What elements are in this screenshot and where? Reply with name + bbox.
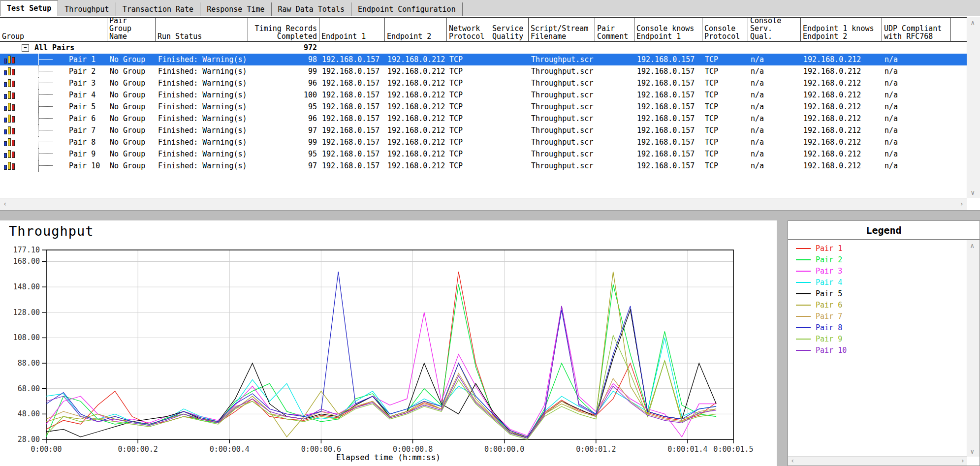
table-row[interactable]: Pair 5No GroupFinished: Warning(s)95192.…	[0, 101, 967, 113]
icon-bar-blue	[4, 153, 7, 158]
icon-bar-blue	[4, 106, 7, 111]
pair-name: Pair 7	[69, 124, 95, 136]
cell-console_protocol: TCP	[702, 160, 748, 172]
cell-service_quality	[490, 77, 529, 89]
cell-pair_group: No Group	[107, 65, 156, 77]
legend-horizontal-scrollbar[interactable]: ‹ ›	[788, 456, 967, 466]
cell-console_serv_qual: n/a	[748, 136, 801, 148]
column-header-label: Timing Records Completed	[250, 25, 317, 40]
tree-branch-line	[38, 89, 39, 101]
y-tick-label: 28.00	[18, 435, 40, 444]
table-row[interactable]: Pair 3No GroupFinished: Warning(s)96192.…	[0, 77, 967, 89]
table-horizontal-scrollbar[interactable]: ‹ ›	[0, 198, 967, 211]
legend-item[interactable]: Pair 4	[788, 277, 967, 288]
legend-line-swatch	[796, 327, 811, 328]
tab-throughput[interactable]: Throughput	[58, 2, 116, 16]
legend-item[interactable]: Pair 1	[788, 243, 967, 254]
cell-pair_group: No Group	[107, 54, 156, 65]
cell-script: Throughput.scr	[529, 89, 595, 101]
scroll-up-icon[interactable]: ∧	[971, 19, 975, 26]
table-row[interactable]: Pair 2No GroupFinished: Warning(s)99192.…	[0, 65, 967, 77]
pair-chart-icon	[4, 103, 15, 111]
column-header-label: Console Serv. Qual.	[750, 18, 798, 40]
scroll-left-icon[interactable]: ‹	[3, 200, 7, 207]
tab-raw-data-totals[interactable]: Raw Data Totals	[272, 2, 351, 16]
column-header-label: UDP Compliant with RFC768	[884, 25, 948, 40]
pair-chart-icon	[4, 67, 15, 75]
tab-endpoint-configuration[interactable]: Endpoint Configuration	[351, 2, 463, 16]
collapse-icon[interactable]: −	[22, 44, 29, 52]
cell-endpoint2: 192.168.0.212	[385, 124, 447, 136]
tree-branch-line	[38, 77, 39, 89]
legend-item[interactable]: Pair 9	[788, 333, 967, 344]
table-row[interactable]: Pair 10No GroupFinished: Warning(s)97192…	[0, 160, 967, 172]
cell-console_knows_e1: 192.168.0.157	[634, 77, 702, 89]
cell-console_protocol: TCP	[702, 89, 748, 101]
cell-run_status: Finished: Warning(s)	[156, 54, 248, 65]
column-header: Timing Records Completed	[248, 18, 319, 41]
table-row[interactable]: Pair 8No GroupFinished: Warning(s)99192.…	[0, 136, 967, 148]
legend-item[interactable]: Pair 6	[788, 299, 967, 311]
scroll-down-icon[interactable]: ∨	[970, 448, 974, 455]
icon-bar-blue	[4, 94, 7, 99]
icon-bar-red	[12, 69, 15, 75]
column-header: Run Status	[156, 18, 248, 41]
cell-pair_comment	[595, 136, 634, 148]
cell-e1_knows_e2: 192.168.0.212	[801, 89, 882, 101]
scroll-right-icon[interactable]: ›	[961, 457, 965, 464]
icon-bar-red	[12, 140, 15, 146]
column-header-label: Group	[2, 32, 24, 40]
legend-item[interactable]: Pair 3	[788, 265, 967, 277]
column-header-label: Run Status	[158, 32, 202, 40]
pair-name: Pair 4	[69, 89, 95, 101]
table-row[interactable]: Pair 9No GroupFinished: Warning(s)95192.…	[0, 148, 967, 160]
column-header: Console knows Endpoint 1	[634, 18, 702, 41]
scroll-up-icon[interactable]: ∧	[970, 242, 974, 249]
icon-bar-blue	[4, 82, 7, 87]
column-header-label: Script/Stream Filename	[531, 25, 593, 40]
horizontal-splitter[interactable]	[0, 210, 980, 221]
column-header: Network Protocol	[447, 18, 490, 41]
table-row[interactable]: Pair 6No GroupFinished: Warning(s)96192.…	[0, 113, 967, 124]
cell-console_knows_e1: 192.168.0.157	[634, 54, 702, 65]
cell-endpoint1: 192.168.0.157	[319, 101, 385, 113]
pair-chart-icon	[4, 115, 15, 123]
y-tick-label: 48.00	[18, 409, 40, 418]
table-vertical-scrollbar[interactable]: ∧ ∨	[967, 17, 980, 198]
scroll-down-icon[interactable]: ∨	[971, 189, 975, 196]
pair-name: Pair 5	[69, 101, 95, 113]
cell-udp_compliant: n/a	[882, 101, 951, 113]
cell-udp_compliant: n/a	[882, 124, 951, 136]
table-row[interactable]: Pair 7No GroupFinished: Warning(s)97192.…	[0, 124, 967, 136]
scroll-right-icon[interactable]: ›	[960, 200, 964, 207]
group-summary-row[interactable]: −All Pairs972	[0, 42, 967, 54]
scroll-left-icon[interactable]: ‹	[790, 457, 794, 464]
column-header-label: Console Protocol	[704, 25, 746, 40]
legend-vertical-scrollbar[interactable]: ∧ ∨	[967, 240, 980, 457]
cell-script: Throughput.scr	[529, 160, 595, 172]
table-body: −All Pairs972Pair 1No GroupFinished: War…	[0, 42, 967, 172]
cell-e1_knows_e2: 192.168.0.212	[801, 148, 882, 160]
series-line-pair-2	[46, 284, 716, 438]
cell-records: 98	[248, 54, 319, 65]
legend-item[interactable]: Pair 10	[788, 344, 967, 356]
tab-response-time[interactable]: Response Time	[200, 2, 271, 16]
vertical-splitter[interactable]	[777, 220, 788, 466]
cell-e1_knows_e2: 192.168.0.212	[801, 136, 882, 148]
cell-pair_group: No Group	[107, 136, 156, 148]
cell-console_protocol: TCP	[702, 54, 748, 65]
tab-transaction-rate[interactable]: Transaction Rate	[116, 2, 201, 16]
legend-label: Pair 4	[816, 278, 842, 287]
cell-service_quality	[490, 113, 529, 124]
table-row[interactable]: Pair 4No GroupFinished: Warning(s)100192…	[0, 89, 967, 101]
legend-item[interactable]: Pair 8	[788, 322, 967, 333]
legend-item[interactable]: Pair 5	[788, 288, 967, 299]
table-row[interactable]: Pair 1No GroupFinished: Warning(s)98192.…	[0, 54, 967, 65]
series-line-pair-3	[46, 306, 716, 437]
legend-item[interactable]: Pair 7	[788, 311, 967, 322]
legend-list: Pair 1Pair 2Pair 3Pair 4Pair 5Pair 6Pair…	[788, 243, 967, 356]
icon-bar-yellow	[8, 91, 11, 99]
tree-branch-line	[38, 65, 39, 77]
legend-item[interactable]: Pair 2	[788, 254, 967, 265]
tab-test-setup[interactable]: Test Setup	[0, 0, 58, 16]
